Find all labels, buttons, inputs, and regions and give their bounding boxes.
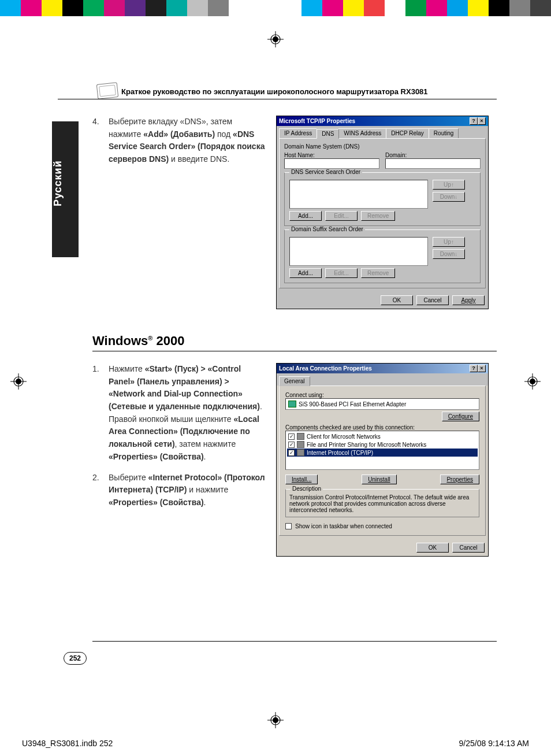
domain-input[interactable] — [385, 158, 481, 169]
dns-search-list[interactable] — [289, 180, 428, 209]
registration-mark-icon — [524, 373, 541, 390]
ok-button[interactable]: OK — [416, 543, 449, 553]
domain-suffix-label: Domain Suffix Search Order — [289, 226, 365, 232]
tcpip-properties-dialog: Microsoft TCP/IP Properties ? × IP Addre… — [276, 116, 489, 309]
step-number: 2. — [92, 472, 109, 509]
footer-rule — [92, 641, 497, 642]
page-number-badge: 252 — [64, 652, 87, 665]
close-button[interactable]: × — [478, 365, 486, 372]
component-icon — [297, 441, 304, 448]
tab-strip: IP AddressDNSWINS AddressDHCP RelayRouti… — [277, 126, 488, 138]
section-heading: Windows® 2000 — [92, 333, 497, 349]
host-name-label: Host Name: — [284, 152, 379, 158]
step-text: Выберите вкладку «DNS», затем нажмите «A… — [109, 116, 266, 166]
print-color-bar — [0, 0, 551, 16]
step-4: 4. Выберите вкладку «DNS», затем нажмите… — [92, 116, 266, 166]
help-button[interactable]: ? — [470, 117, 478, 125]
component-label: Client for Microsoft Networks — [307, 433, 381, 440]
registration-mark-icon — [267, 712, 284, 728]
step-text: Нажмите «Start» (Пуск) > «Control Panel»… — [109, 363, 266, 464]
step-1: 1. Нажмите «Start» (Пуск) > «Control Pan… — [92, 363, 266, 464]
tab-general[interactable]: General — [279, 376, 310, 386]
adapter-name: SiS 900-Based PCI Fast Ethernet Adapter — [299, 401, 406, 407]
checkbox-icon[interactable]: ✓ — [288, 442, 295, 448]
tab-dns[interactable]: DNS — [317, 129, 339, 139]
nic-icon — [288, 401, 296, 407]
remove-button[interactable]: Remove — [361, 268, 395, 278]
checkbox-icon[interactable]: ✓ — [288, 450, 295, 456]
ok-button[interactable]: OK — [381, 295, 413, 305]
dns-group-label: Domain Name System (DNS) — [284, 143, 481, 150]
list-item[interactable]: ✓File and Printer Sharing for Microsoft … — [287, 440, 478, 449]
dialog-titlebar: Microsoft TCP/IP Properties ? × — [277, 116, 488, 126]
lan-properties-dialog: Local Area Connection Properties ? × Gen… — [276, 363, 489, 557]
description-text: Transmission Control Protocol/Internet P… — [289, 494, 475, 513]
up-button[interactable]: Up↑ — [433, 180, 465, 190]
step-number: 1. — [92, 363, 109, 464]
help-button[interactable]: ? — [470, 365, 478, 372]
dns-search-order-label: DNS Service Search Order — [289, 169, 362, 175]
registration-mark-icon — [10, 373, 27, 390]
configure-button[interactable]: Configure — [442, 412, 479, 421]
registration-mark-icon — [267, 31, 284, 47]
host-name-input[interactable] — [284, 158, 379, 169]
component-label: Internet Protocol (TCP/IP) — [307, 450, 373, 456]
component-icon — [297, 449, 304, 456]
up-button[interactable]: Up↑ — [433, 237, 465, 247]
show-icon-label: Show icon in taskbar when connected — [295, 523, 392, 529]
page-header-title: Краткое руководство по эксплуатации широ… — [121, 87, 428, 96]
tab-ip-address[interactable]: IP Address — [279, 128, 317, 138]
properties-button[interactable]: Properties — [440, 475, 479, 484]
language-side-tab: Русский — [52, 121, 79, 257]
domain-suffix-list[interactable] — [289, 237, 428, 266]
step-2: 2. Выберите «Internet Protocol» (Протоко… — [92, 472, 266, 509]
description-label: Description — [291, 486, 323, 492]
dialog-titlebar: Local Area Connection Properties ? × — [277, 364, 488, 373]
header-rule — [58, 99, 497, 99]
component-icon — [297, 433, 304, 440]
dialog-title: Microsoft TCP/IP Properties — [279, 118, 355, 124]
show-icon-checkbox[interactable] — [285, 523, 292, 529]
apply-button[interactable]: Apply — [452, 295, 485, 305]
cancel-button[interactable]: Cancel — [452, 543, 485, 553]
checkbox-icon[interactable]: ✓ — [288, 433, 295, 440]
uninstall-button[interactable]: Uninstall — [362, 475, 396, 484]
tab-wins-address[interactable]: WINS Address — [338, 128, 386, 138]
down-button[interactable]: Down↓ — [433, 249, 465, 259]
domain-label: Domain: — [385, 152, 481, 158]
install-button[interactable]: Install... — [285, 475, 318, 484]
components-label: Components checked are used by this conn… — [285, 424, 479, 431]
list-item[interactable]: ✓Client for Microsoft Networks — [287, 432, 478, 440]
step-text: Выберите «Internet Protocol» (Протокол И… — [109, 472, 266, 509]
dialog-title: Local Area Connection Properties — [279, 365, 372, 372]
print-footer-file: U3948_RS3081.indb 252 — [22, 739, 113, 748]
note-stamp-icon — [96, 82, 119, 99]
print-footer-timestamp: 9/25/08 9:14:13 AM — [459, 739, 529, 748]
adapter-field: SiS 900-Based PCI Fast Ethernet Adapter — [285, 398, 479, 410]
print-footer: U3948_RS3081.indb 252 9/25/08 9:14:13 AM — [22, 739, 529, 748]
components-list[interactable]: ✓Client for Microsoft Networks✓File and … — [285, 431, 479, 470]
tab-routing[interactable]: Routing — [429, 128, 459, 138]
step-number: 4. — [92, 116, 109, 166]
list-item[interactable]: ✓Internet Protocol (TCP/IP) — [287, 449, 478, 457]
section-rule — [92, 351, 497, 351]
connect-using-label: Connect using: — [285, 392, 479, 398]
close-button[interactable]: × — [478, 117, 486, 125]
add-button[interactable]: Add... — [289, 268, 322, 278]
edit-button[interactable]: Edit... — [325, 268, 358, 278]
tab-dhcp-relay[interactable]: DHCP Relay — [386, 128, 429, 138]
edit-button[interactable]: Edit... — [325, 211, 358, 221]
cancel-button[interactable]: Cancel — [416, 295, 449, 305]
remove-button[interactable]: Remove — [361, 211, 395, 221]
down-button[interactable]: Down↓ — [433, 192, 465, 202]
component-label: File and Printer Sharing for Microsoft N… — [307, 442, 426, 448]
add-button[interactable]: Add... — [289, 211, 322, 221]
